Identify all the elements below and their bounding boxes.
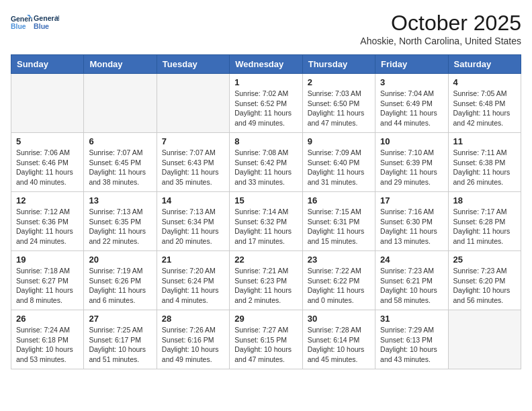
day-header-thursday: Thursday <box>302 55 375 74</box>
calendar-cell: 21Sunrise: 7:20 AM Sunset: 6:24 PM Dayli… <box>157 251 229 310</box>
calendar-cell: 20Sunrise: 7:19 AM Sunset: 6:26 PM Dayli… <box>84 251 157 310</box>
day-info: Sunrise: 7:27 AM Sunset: 6:15 PM Dayligh… <box>234 325 297 365</box>
calendar-cell: 6Sunrise: 7:07 AM Sunset: 6:45 PM Daylig… <box>84 133 157 192</box>
calendar-cell: 23Sunrise: 7:22 AM Sunset: 6:22 PM Dayli… <box>302 251 375 310</box>
calendar-cell: 18Sunrise: 7:17 AM Sunset: 6:28 PM Dayli… <box>448 192 521 251</box>
day-header-sunday: Sunday <box>11 55 84 74</box>
calendar-cell: 5Sunrise: 7:06 AM Sunset: 6:46 PM Daylig… <box>11 133 84 192</box>
day-info: Sunrise: 7:07 AM Sunset: 6:45 PM Dayligh… <box>89 148 151 187</box>
title-block: October 2025 Ahoskie, North Carolina, Un… <box>360 11 521 46</box>
day-info: Sunrise: 7:06 AM Sunset: 6:46 PM Dayligh… <box>16 148 79 187</box>
logo-icon: General Blue <box>11 13 32 32</box>
day-number: 23 <box>308 255 370 265</box>
day-header-wednesday: Wednesday <box>230 55 302 74</box>
svg-text:Blue: Blue <box>34 22 49 30</box>
calendar-cell: 15Sunrise: 7:14 AM Sunset: 6:32 PM Dayli… <box>230 192 302 251</box>
day-info: Sunrise: 7:04 AM Sunset: 6:49 PM Dayligh… <box>380 89 443 128</box>
day-number: 13 <box>89 195 151 205</box>
day-info: Sunrise: 7:15 AM Sunset: 6:31 PM Dayligh… <box>308 207 370 246</box>
day-number: 21 <box>162 255 224 265</box>
day-number: 24 <box>380 255 443 265</box>
calendar-cell: 29Sunrise: 7:27 AM Sunset: 6:15 PM Dayli… <box>230 310 302 369</box>
day-info: Sunrise: 7:03 AM Sunset: 6:50 PM Dayligh… <box>308 89 370 128</box>
logo: General Blue General Blue <box>11 11 59 35</box>
calendar-cell: 27Sunrise: 7:25 AM Sunset: 6:17 PM Dayli… <box>84 310 157 369</box>
day-info: Sunrise: 7:13 AM Sunset: 6:35 PM Dayligh… <box>89 207 151 246</box>
day-info: Sunrise: 7:16 AM Sunset: 6:30 PM Dayligh… <box>380 207 443 246</box>
calendar-cell: 19Sunrise: 7:18 AM Sunset: 6:27 PM Dayli… <box>11 251 84 310</box>
day-number: 4 <box>453 77 516 87</box>
day-info: Sunrise: 7:12 AM Sunset: 6:36 PM Dayligh… <box>16 207 79 246</box>
day-info: Sunrise: 7:19 AM Sunset: 6:26 PM Dayligh… <box>89 266 151 306</box>
calendar-table: SundayMondayTuesdayWednesdayThursdayFrid… <box>11 54 521 369</box>
day-number: 7 <box>162 136 224 146</box>
day-info: Sunrise: 7:13 AM Sunset: 6:34 PM Dayligh… <box>162 207 224 246</box>
day-number: 1 <box>234 77 297 87</box>
calendar-cell <box>84 74 157 133</box>
day-number: 31 <box>380 314 443 324</box>
calendar-cell: 13Sunrise: 7:13 AM Sunset: 6:35 PM Dayli… <box>84 192 157 251</box>
day-info: Sunrise: 7:29 AM Sunset: 6:13 PM Dayligh… <box>380 325 443 365</box>
calendar-cell: 11Sunrise: 7:11 AM Sunset: 6:38 PM Dayli… <box>448 133 521 192</box>
calendar-cell: 9Sunrise: 7:09 AM Sunset: 6:40 PM Daylig… <box>302 133 375 192</box>
day-info: Sunrise: 7:14 AM Sunset: 6:32 PM Dayligh… <box>234 207 297 246</box>
day-number: 15 <box>234 195 297 205</box>
calendar-cell: 3Sunrise: 7:04 AM Sunset: 6:49 PM Daylig… <box>375 74 448 133</box>
day-header-friday: Friday <box>375 55 448 74</box>
day-info: Sunrise: 7:23 AM Sunset: 6:21 PM Dayligh… <box>380 266 443 306</box>
calendar-cell: 7Sunrise: 7:07 AM Sunset: 6:43 PM Daylig… <box>157 133 229 192</box>
day-number: 17 <box>380 195 443 205</box>
calendar-cell <box>157 74 229 133</box>
calendar-cell: 12Sunrise: 7:12 AM Sunset: 6:36 PM Dayli… <box>11 192 84 251</box>
day-number: 2 <box>308 77 370 87</box>
calendar-cell: 10Sunrise: 7:10 AM Sunset: 6:39 PM Dayli… <box>375 133 448 192</box>
day-number: 12 <box>16 195 79 205</box>
month-title: October 2025 <box>360 11 521 36</box>
calendar-cell: 28Sunrise: 7:26 AM Sunset: 6:16 PM Dayli… <box>157 310 229 369</box>
day-info: Sunrise: 7:17 AM Sunset: 6:28 PM Dayligh… <box>453 207 516 246</box>
calendar-cell: 24Sunrise: 7:23 AM Sunset: 6:21 PM Dayli… <box>375 251 448 310</box>
day-number: 20 <box>89 255 151 265</box>
svg-text:General: General <box>34 14 59 22</box>
day-number: 8 <box>234 136 297 146</box>
day-info: Sunrise: 7:22 AM Sunset: 6:22 PM Dayligh… <box>308 266 370 306</box>
calendar-cell <box>448 310 521 369</box>
day-number: 28 <box>162 314 224 324</box>
calendar-body: 1Sunrise: 7:02 AM Sunset: 6:52 PM Daylig… <box>11 74 521 369</box>
day-number: 6 <box>89 136 151 146</box>
day-number: 18 <box>453 195 516 205</box>
calendar-cell: 17Sunrise: 7:16 AM Sunset: 6:30 PM Dayli… <box>375 192 448 251</box>
calendar-week-4: 19Sunrise: 7:18 AM Sunset: 6:27 PM Dayli… <box>11 251 521 310</box>
day-info: Sunrise: 7:07 AM Sunset: 6:43 PM Dayligh… <box>162 148 224 187</box>
day-info: Sunrise: 7:11 AM Sunset: 6:38 PM Dayligh… <box>453 148 516 187</box>
calendar-cell: 2Sunrise: 7:03 AM Sunset: 6:50 PM Daylig… <box>302 74 375 133</box>
logo-bird-icon: General Blue <box>34 11 59 35</box>
day-info: Sunrise: 7:25 AM Sunset: 6:17 PM Dayligh… <box>89 325 151 365</box>
day-info: Sunrise: 7:02 AM Sunset: 6:52 PM Dayligh… <box>234 89 297 128</box>
day-number: 19 <box>16 255 79 265</box>
day-number: 5 <box>16 136 79 146</box>
day-info: Sunrise: 7:20 AM Sunset: 6:24 PM Dayligh… <box>162 266 224 306</box>
day-number: 27 <box>89 314 151 324</box>
day-info: Sunrise: 7:09 AM Sunset: 6:40 PM Dayligh… <box>308 148 370 187</box>
day-info: Sunrise: 7:26 AM Sunset: 6:16 PM Dayligh… <box>162 325 224 365</box>
calendar-cell: 16Sunrise: 7:15 AM Sunset: 6:31 PM Dayli… <box>302 192 375 251</box>
day-info: Sunrise: 7:21 AM Sunset: 6:23 PM Dayligh… <box>234 266 297 306</box>
calendar-cell: 25Sunrise: 7:23 AM Sunset: 6:20 PM Dayli… <box>448 251 521 310</box>
calendar-cell: 31Sunrise: 7:29 AM Sunset: 6:13 PM Dayli… <box>375 310 448 369</box>
calendar-week-5: 26Sunrise: 7:24 AM Sunset: 6:18 PM Dayli… <box>11 310 521 369</box>
day-number: 14 <box>162 195 224 205</box>
day-number: 9 <box>308 136 370 146</box>
day-info: Sunrise: 7:23 AM Sunset: 6:20 PM Dayligh… <box>453 266 516 306</box>
day-number: 10 <box>380 136 443 146</box>
calendar-week-3: 12Sunrise: 7:12 AM Sunset: 6:36 PM Dayli… <box>11 192 521 251</box>
calendar-cell: 8Sunrise: 7:08 AM Sunset: 6:42 PM Daylig… <box>230 133 302 192</box>
day-info: Sunrise: 7:08 AM Sunset: 6:42 PM Dayligh… <box>234 148 297 187</box>
day-number: 22 <box>234 255 297 265</box>
day-header-saturday: Saturday <box>448 55 521 74</box>
calendar-header-row: SundayMondayTuesdayWednesdayThursdayFrid… <box>11 55 521 74</box>
day-info: Sunrise: 7:10 AM Sunset: 6:39 PM Dayligh… <box>380 148 443 187</box>
calendar-cell: 4Sunrise: 7:05 AM Sunset: 6:48 PM Daylig… <box>448 74 521 133</box>
day-info: Sunrise: 7:28 AM Sunset: 6:14 PM Dayligh… <box>308 325 370 365</box>
day-number: 25 <box>453 255 516 265</box>
